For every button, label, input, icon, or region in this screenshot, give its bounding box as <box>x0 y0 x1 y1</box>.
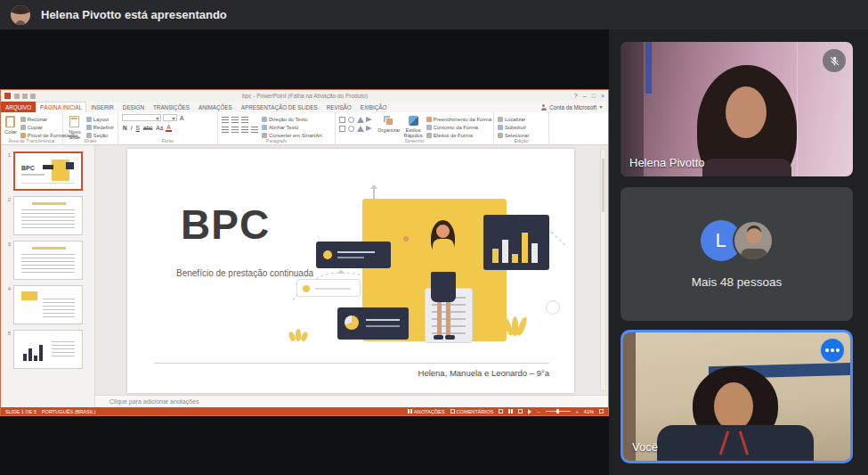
plant-decoration-left <box>289 329 307 341</box>
person-illustration <box>419 220 471 343</box>
thumbnail-1-preview: BPC <box>13 152 83 191</box>
info-card <box>316 242 391 268</box>
powerpoint-titlebar: bpc - PowerPoint (Falha na Ativação do P… <box>1 90 608 102</box>
redo-icon <box>30 94 36 99</box>
strikethrough-button: abc <box>142 125 153 131</box>
ribbon-group-clipboard: Colar Recortar Copiar Pincel de Formataç… <box>1 112 63 144</box>
layout-button: Layout <box>86 117 114 122</box>
copy-icon <box>20 125 26 130</box>
align-center-icon <box>231 127 239 133</box>
more-people-label: Mais 48 pessoas <box>692 275 782 289</box>
avatar-photo <box>733 220 774 261</box>
notes-pane: Clique para adicionar anotações <box>95 395 608 407</box>
undo-icon <box>22 94 28 99</box>
slide-thumbnail-1: 1 BPC <box>1 149 94 193</box>
group-label-paragraph: Parágrafo <box>218 138 335 143</box>
slide-scrollbar <box>600 149 606 391</box>
slide-sorter-icon <box>508 409 513 414</box>
participants-overflow-tile[interactable]: L Mais 48 pessoas <box>621 187 853 321</box>
thumbnail-4-preview <box>13 285 83 324</box>
slide-counter: SLIDE 1 DE 5 <box>5 409 37 414</box>
maximize-icon: □ <box>592 93 596 99</box>
ribbon: Colar Recortar Copiar Pincel de Formataç… <box>1 112 608 145</box>
comments-toggle: COMENTÁRIOS <box>450 409 494 414</box>
current-slide: BPC Benefício de prestação continuada <box>127 149 574 393</box>
quick-styles-button: Estilos Rápidos <box>403 114 422 139</box>
outline-card <box>296 279 361 297</box>
window-controls: ? – □ × <box>574 93 604 99</box>
paste-label: Colar <box>4 129 17 135</box>
self-video-tile[interactable]: Você <box>621 330 853 463</box>
zoom-in-icon: + <box>576 409 579 414</box>
group-label-clipboard: Área de Transferência <box>1 138 62 143</box>
wall-corner-line <box>797 42 798 176</box>
plant-decoration-right <box>505 316 525 336</box>
participant-body <box>702 159 791 176</box>
slide-canvas: BPC Benefício de prestação continuada <box>95 145 608 395</box>
shape-outline-icon <box>426 125 432 130</box>
powerpoint-window: bpc - PowerPoint (Falha na Ativação do P… <box>0 89 609 416</box>
indent-icon <box>241 117 248 123</box>
rectangle-shape-icon <box>339 117 345 123</box>
participant-tile-helena[interactable]: Helena Pivotto <box>621 42 853 176</box>
self-name-label: Você <box>632 440 658 454</box>
paste-icon <box>5 116 15 127</box>
overflow-avatars: L <box>701 220 774 261</box>
shapes-gallery <box>339 114 374 134</box>
tab-animations: ANIMAÇÕES <box>194 102 237 112</box>
dot-icon <box>831 348 834 352</box>
tab-slideshow: APRESENTAÇÃO DE SLIDES <box>237 102 322 112</box>
zoom-slider <box>546 411 571 412</box>
account-person-icon <box>540 104 547 111</box>
cut-icon <box>20 117 26 122</box>
powerpoint-status-bar: SLIDE 1 DE 5 PORTUGUÊS (BRASIL) ANOTAÇÕE… <box>1 407 608 415</box>
shape-icon <box>366 126 372 131</box>
thumbnail-2-preview <box>13 196 83 235</box>
slide-thumbnail-2: 2 <box>1 193 94 238</box>
thumbnail-3-preview <box>13 241 83 280</box>
shape-outline-button: Contorno da Forma <box>426 125 491 130</box>
slide-divider-line <box>154 363 549 364</box>
numbering-icon <box>231 117 239 123</box>
tab-review: REVISÃO <box>322 102 356 112</box>
presenter-avatar <box>11 5 30 25</box>
arrange-icon <box>384 116 393 126</box>
align-right-icon <box>241 127 248 133</box>
text-direction-button: Direção do Texto <box>262 117 322 122</box>
group-label-editing: Edição <box>494 138 548 143</box>
dot-icon <box>825 348 829 352</box>
bold-button: N <box>122 125 128 131</box>
reading-view-icon <box>518 409 523 414</box>
notes-icon <box>408 409 412 414</box>
thumbnail-5-preview <box>13 330 83 369</box>
self-body <box>657 425 814 463</box>
italic-button: I <box>130 125 134 131</box>
shape-fill-icon <box>426 117 432 122</box>
font-size-dropdown <box>163 114 177 121</box>
shape-fill-button: Preenchimento da Forma <box>426 117 491 122</box>
font-name-dropdown <box>122 114 161 121</box>
powerpoint-logo-icon <box>4 93 11 99</box>
circle-decoration <box>546 300 560 315</box>
ribbon-group-paragraph: Direção do Texto Alinhar Texto Converter… <box>218 112 336 144</box>
replace-icon <box>498 125 503 130</box>
chevron-down-icon <box>599 106 603 109</box>
dot-icon <box>836 348 840 352</box>
paste-button: Colar <box>4 114 17 135</box>
language-indicator: PORTUGUÊS (BRASIL) <box>42 409 96 414</box>
grow-font-icon: A <box>179 115 184 121</box>
zoom-out-icon: − <box>537 409 539 414</box>
justify-icon <box>251 127 258 133</box>
screen-share-region: bpc - PowerPoint (Falha na Ativação do P… <box>0 29 609 475</box>
slide-title: BPC <box>181 204 270 245</box>
align-text-button: Alinhar Texto <box>262 125 322 130</box>
more-options-button[interactable] <box>821 339 844 362</box>
minimize-icon: – <box>583 93 587 99</box>
tab-insert: INSERIR <box>86 102 118 112</box>
save-icon <box>14 94 20 99</box>
underline-button: S <box>135 125 141 131</box>
arrow-shape-icon <box>366 117 372 122</box>
quick-styles-icon <box>409 116 418 126</box>
background-object <box>645 42 652 94</box>
shape-icon <box>357 126 364 132</box>
